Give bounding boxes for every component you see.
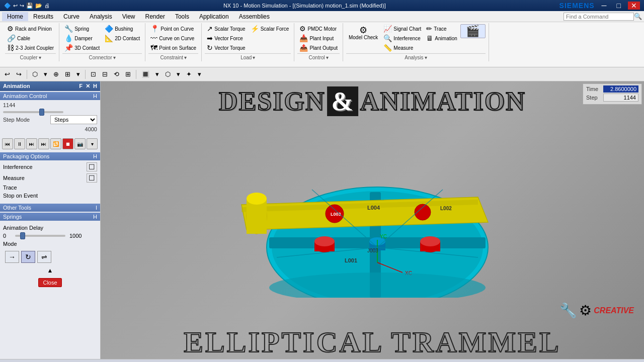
point-on-surface-btn[interactable]: 🗺 Point on Surface (148, 43, 198, 52)
tb-snap-btn[interactable]: ⊕ (51, 69, 61, 79)
scalar-force-btn[interactable]: ⚡ Scalar Force (249, 24, 291, 33)
tb-rotate-btn[interactable]: ⟲ (111, 69, 122, 79)
analysis-dropdown-icon[interactable]: ▾ (425, 55, 427, 60)
record-btn[interactable]: 📷 (74, 138, 86, 149)
menu-analysis[interactable]: Analysis (85, 12, 117, 21)
tb-forward-btn[interactable]: ↪ (14, 69, 24, 79)
tb-zoom-btn[interactable]: ⊟ (100, 69, 110, 79)
step-forward-end-btn[interactable]: ⏭ (26, 138, 37, 149)
close-btn[interactable]: ✕ (628, 2, 640, 10)
menu-application[interactable]: Application (194, 12, 234, 21)
load-dropdown-icon[interactable]: ▾ (253, 55, 255, 60)
vector-torque-btn[interactable]: ↻ Vector Torque (205, 43, 248, 52)
signal-chart-btn[interactable]: 📈 Signal Chart (381, 24, 423, 33)
tb-shade-drop[interactable]: ▾ (153, 69, 162, 79)
curve-on-curve-btn[interactable]: 〰 Curve on Curve (148, 34, 198, 43)
play-pause-btn[interactable]: ⏸ (14, 138, 25, 149)
step-slider-track[interactable] (3, 111, 63, 113)
point-on-curve-btn[interactable]: 📍 Point on Curve (148, 24, 198, 33)
anim-delay-thumb[interactable] (20, 232, 25, 239)
quick-access-redo[interactable]: ↪ (20, 3, 24, 9)
measure-btn[interactable]: 📏 Measure (381, 43, 423, 52)
tb-fit-btn[interactable]: ⊡ (88, 69, 99, 79)
svg-point-9 (420, 236, 440, 246)
menu-render[interactable]: Render (140, 12, 170, 21)
tb-select-drop[interactable]: ▾ (41, 69, 50, 79)
quick-access-undo[interactable]: ↩ (13, 3, 18, 9)
panel-close-btn[interactable]: ✕ (86, 83, 90, 89)
menu-home[interactable]: Home (2, 12, 28, 21)
tb-wire-drop[interactable]: ▾ (174, 69, 183, 79)
tb-shade-btn[interactable]: 🔳 (139, 69, 152, 79)
interference-btn[interactable]: 🔍 Interference (381, 34, 423, 43)
damper-icon: 💧 (64, 35, 73, 42)
joint-coupler-btn[interactable]: ⛓ 2-3 Joint Coupler (5, 43, 56, 52)
trace-btn[interactable]: ✏ Trace (424, 24, 459, 33)
step-slider-thumb[interactable] (39, 109, 44, 116)
viewport[interactable]: DESIGN & ANIMATION Time 2.8600000 Step 1… (101, 81, 644, 359)
menu-view[interactable]: View (117, 12, 140, 21)
connector-dropdown-icon[interactable]: ▾ (113, 55, 116, 60)
mode-forward-btn[interactable]: → (5, 251, 19, 263)
play-backward-start-btn[interactable]: ⏮ (2, 138, 13, 149)
collapse-btn[interactable]: ▲ (3, 267, 97, 274)
contact-3d-btn[interactable]: 📌 3D Contact (62, 43, 102, 52)
minimize-btn[interactable]: ─ (599, 2, 610, 10)
contact-2d-btn[interactable]: 📐 2D Contact (103, 34, 142, 43)
mode-cycle-btn[interactable]: ↻ (21, 251, 35, 263)
plant-input-btn[interactable]: 📥 Plant Input (297, 34, 340, 43)
tb-snap-drop[interactable]: ▾ (74, 69, 83, 79)
animation-btn[interactable]: 🎬 (460, 24, 486, 38)
pb-extra-btn[interactable]: ▾ (87, 138, 98, 149)
anim-delay-label-row: Animation Delay (3, 225, 97, 231)
tb-orient-btn[interactable]: ⊞ (123, 69, 133, 79)
pmdc-motor-btn[interactable]: ⚙ PMDC Motor (297, 24, 340, 33)
quick-access-open[interactable]: 📂 (35, 3, 42, 9)
loop-btn[interactable]: 🔁 (50, 138, 61, 149)
panel-controls: F ✕ H (79, 83, 97, 89)
quick-access-print[interactable]: 🖨 (44, 3, 50, 9)
menu-tools[interactable]: Tools (170, 12, 194, 21)
tb-wire-btn[interactable]: ⬡ (163, 69, 173, 79)
damper-btn[interactable]: 💧 Damper (62, 34, 102, 43)
tb-back-btn[interactable]: ↩ (2, 69, 13, 79)
constraint-dropdown-icon[interactable]: ▾ (184, 55, 187, 60)
svg-point-6 (314, 236, 335, 246)
menu-curve[interactable]: Curve (58, 12, 85, 21)
panel-help-btn[interactable]: H (93, 83, 97, 89)
packaging-help[interactable]: H (93, 153, 97, 159)
measure-toggle[interactable]: ☐ (87, 173, 97, 183)
tb-infer-btn[interactable]: ⊞ (62, 69, 73, 79)
anim-delay-slider[interactable] (15, 235, 65, 237)
stop-btn[interactable]: ⏹ (62, 138, 73, 149)
mode-pingpong-btn[interactable]: ⇌ (37, 251, 51, 263)
cable-btn[interactable]: 🔗 Cable (5, 34, 56, 43)
bushing-btn[interactable]: 🔷 Bushing (103, 24, 142, 33)
plant-output-btn[interactable]: 📤 Plant Output (297, 43, 340, 52)
tb-color-btn[interactable]: ✦ (184, 69, 194, 79)
control-dropdown-icon[interactable]: ▾ (326, 55, 329, 60)
coupler-dropdown-icon[interactable]: ▾ (39, 55, 41, 60)
animation-control-help[interactable]: H (93, 93, 97, 99)
solve-btn[interactable]: ⚙ Model Check (346, 24, 380, 42)
menu-assemblies[interactable]: Assemblies (234, 12, 275, 21)
model-check-btn[interactable]: 🖥 Animation (424, 34, 459, 43)
fast-forward-end-btn[interactable]: ⏭ (38, 138, 49, 149)
spring-btn[interactable]: 🔧 Spring (62, 24, 102, 33)
tb-color-drop[interactable]: ▾ (195, 69, 204, 79)
menu-results[interactable]: Results (28, 12, 58, 21)
tb-select-btn[interactable]: ⬡ (30, 69, 40, 79)
quick-access-save[interactable]: 💾 (26, 3, 33, 9)
close-panel-btn[interactable]: Close (38, 278, 61, 287)
panel-float-btn[interactable]: F (79, 83, 83, 89)
search-icon[interactable]: 🔍 (634, 13, 642, 20)
time-value[interactable]: 2.8600000 (603, 85, 638, 93)
vector-force-btn[interactable]: ➡ Vector Force (205, 34, 248, 43)
springs-help[interactable]: H (93, 214, 97, 220)
maximize-btn[interactable]: □ (614, 2, 624, 10)
scalar-torque-btn[interactable]: ↗ Scalar Torque (205, 24, 248, 33)
step-mode-select[interactable]: Steps (50, 115, 97, 124)
rack-and-pinion-btn[interactable]: ⚙ Rack and Pinion (5, 24, 56, 33)
interference-toggle[interactable]: ☐ (87, 162, 97, 171)
find-command-input[interactable] (564, 13, 634, 21)
